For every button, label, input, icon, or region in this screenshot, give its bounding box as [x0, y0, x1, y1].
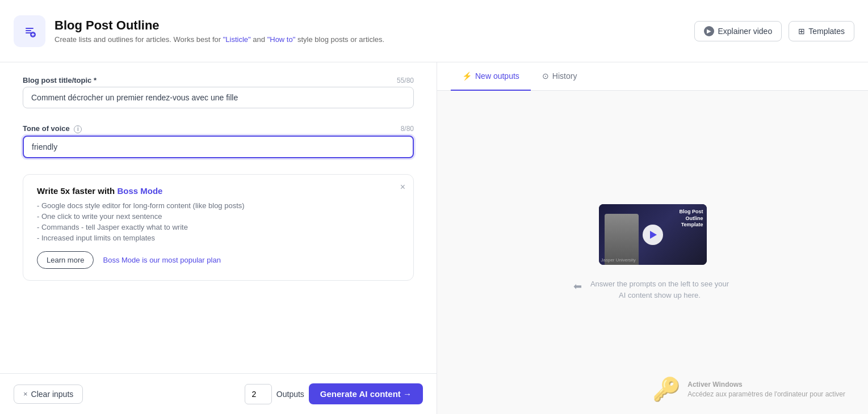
- right-content-area: Blog PostOutlineTemplate Jasper Universi…: [437, 91, 868, 414]
- header-actions: ▶ Explainer video ⊞ Templates: [694, 21, 854, 41]
- app-icon: [14, 15, 45, 47]
- page-header: Blog Post Outline Create lists and outli…: [0, 0, 868, 62]
- generate-button[interactable]: Generate AI content →: [309, 383, 423, 404]
- video-title-overlay: Blog PostOutlineTemplate: [680, 209, 703, 229]
- boss-mode-card: × Write 5x faster with Boss Mode - Googl…: [23, 174, 414, 281]
- tone-label: Tone of voice i 8/80: [23, 124, 414, 133]
- windows-key-icon: 🔑: [652, 376, 681, 403]
- header-text: Blog Post Outline Create lists and outli…: [54, 18, 694, 44]
- prompt-hint: ⬅ Answer the prompts on the left to see …: [573, 278, 732, 301]
- learn-more-button[interactable]: Learn more: [37, 251, 94, 269]
- left-panel: Blog post title/topic * 55/80 Tone of vo…: [0, 62, 437, 414]
- hint-arrow-icon: ⬅: [573, 279, 582, 294]
- watermark-text: Activer Windows Accédez aux paramètres d…: [687, 380, 845, 399]
- windows-watermark: 🔑 Activer Windows Accédez aux paramètres…: [652, 376, 845, 403]
- play-icon: ▶: [704, 26, 714, 36]
- right-panel: ⚡ New outputs ⊙ History Blog PostOutline…: [437, 62, 868, 414]
- video-background: Blog PostOutlineTemplate: [599, 204, 707, 265]
- blog-title-field: Blog post title/topic * 55/80: [23, 76, 414, 120]
- layout-icon: ⊞: [798, 27, 805, 36]
- templates-button[interactable]: ⊞ Templates: [789, 21, 854, 41]
- boss-mode-popular-label[interactable]: Boss Mode is our most popular plan: [103, 256, 220, 264]
- explainer-video-button[interactable]: ▶ Explainer video: [694, 21, 782, 41]
- video-source-label: Jasper University: [601, 257, 636, 263]
- outputs-control: Outputs Generate AI content →: [245, 383, 423, 404]
- tab-new-outputs[interactable]: ⚡ New outputs: [451, 62, 531, 91]
- bottom-bar: × Clear inputs Outputs Generate AI conte…: [0, 373, 437, 414]
- blog-title-label: Blog post title/topic * 55/80: [23, 76, 414, 85]
- output-tabs: ⚡ New outputs ⊙ History: [437, 62, 868, 91]
- clear-inputs-button[interactable]: × Clear inputs: [14, 385, 83, 404]
- boss-feature-3: - Commands - tell Jasper exactly what to…: [37, 223, 400, 231]
- left-scroll-area[interactable]: Blog post title/topic * 55/80 Tone of vo…: [0, 62, 437, 373]
- boss-mode-actions: Learn more Boss Mode is our most popular…: [37, 251, 400, 269]
- blog-title-input[interactable]: [23, 87, 414, 108]
- boss-mode-features: - Google docs style editor for long-form…: [37, 201, 400, 242]
- boss-mode-title: Write 5x faster with Boss Mode: [37, 186, 400, 196]
- video-play-button[interactable]: [643, 225, 663, 245]
- boss-mode-close-button[interactable]: ×: [400, 183, 405, 192]
- main-layout: Blog post title/topic * 55/80 Tone of vo…: [0, 62, 868, 414]
- tone-input[interactable]: [23, 136, 414, 158]
- boss-feature-2: - One click to write your next sentence: [37, 212, 400, 221]
- tone-of-voice-field: Tone of voice i 8/80: [23, 124, 414, 170]
- clock-icon: ⊙: [542, 71, 549, 81]
- outputs-count-input[interactable]: [245, 384, 272, 404]
- boss-feature-1: - Google docs style editor for long-form…: [37, 201, 400, 210]
- page-title: Blog Post Outline: [54, 18, 694, 33]
- play-triangle-icon: [650, 231, 657, 239]
- boss-feature-4: - Increased input limits on templates: [37, 234, 400, 242]
- x-icon: ×: [23, 390, 28, 398]
- video-thumbnail[interactable]: Blog PostOutlineTemplate Jasper Universi…: [599, 204, 707, 265]
- lightning-icon: ⚡: [462, 71, 472, 81]
- tone-info-icon[interactable]: i: [74, 125, 82, 133]
- tab-history[interactable]: ⊙ History: [531, 62, 589, 91]
- page-description: Create lists and outlines for articles. …: [54, 35, 694, 44]
